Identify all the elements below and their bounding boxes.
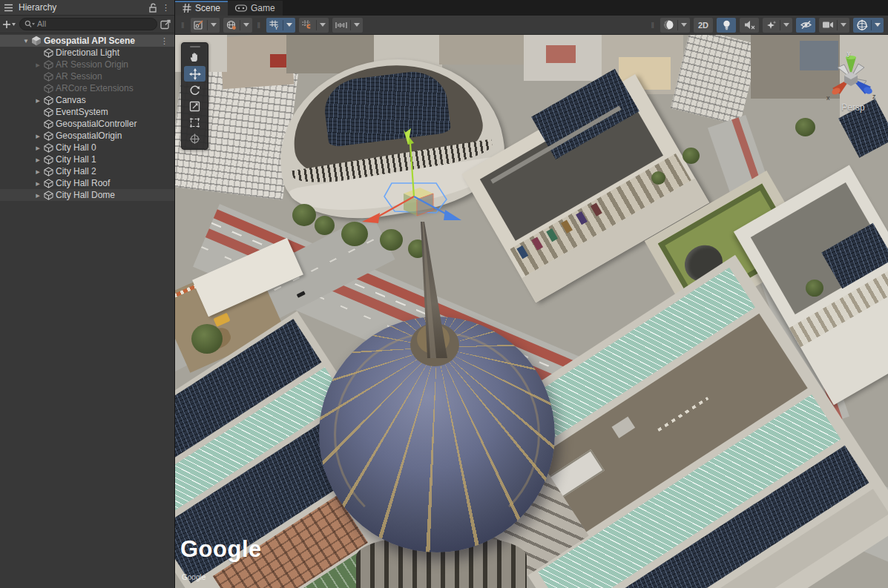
hierarchy-row[interactable]: AR Session [0, 70, 174, 82]
dropdown-caret-icon [841, 23, 846, 27]
tree [683, 148, 700, 164]
tab-scene[interactable]: Scene [175, 1, 228, 16]
dropdown-caret-icon [211, 23, 217, 27]
hierarchy-row[interactable]: ▶ City Hall 1 [0, 153, 174, 165]
audio-toggle-button[interactable] [740, 18, 759, 33]
search-input[interactable]: All [19, 18, 157, 30]
kebab-menu-icon[interactable]: ⋮ [162, 3, 170, 13]
expand-triangle-icon[interactable]: ▶ [36, 145, 40, 151]
snap-settings-button[interactable] [332, 18, 363, 33]
hierarchy-row[interactable]: ▶ City Hall 2 [0, 165, 174, 177]
toolbar-drag-handle[interactable]: ‖ [649, 21, 657, 30]
rect-tool[interactable] [184, 115, 205, 131]
toolbar-drag-handle[interactable]: ‖ [256, 21, 263, 30]
hierarchy-row[interactable]: ▶ City Hall Roof [0, 177, 174, 189]
move-tool[interactable] [184, 66, 205, 82]
gizmos-button[interactable] [853, 18, 884, 33]
dropdown-caret-icon [286, 23, 292, 27]
hierarchy-row[interactable]: Directional Light [0, 47, 174, 59]
tree [408, 240, 427, 258]
gameobject-cube-icon [44, 191, 53, 200]
scale-icon [189, 101, 200, 112]
rotate-tool[interactable] [184, 82, 205, 98]
hierarchy-row-scene-root[interactable]: ▼ Geospatial API Scene ⋮ [0, 35, 174, 47]
hierarchy-row-city-hall-dome[interactable]: ▶ City Hall Dome [0, 189, 174, 201]
tool-settings-icon [194, 20, 204, 30]
hierarchy-row[interactable]: ▶ AR Session Origin [0, 59, 174, 70]
hierarchy-row[interactable]: GeospatialController [0, 118, 174, 130]
axis-label-z: z [872, 93, 876, 100]
projection-mode-label[interactable]: Persp [823, 102, 883, 113]
excavator [213, 313, 230, 327]
tab-game[interactable]: Game [228, 1, 283, 16]
hierarchy-row[interactable]: ARCore Extensions [0, 82, 174, 94]
scene-toolbar: ‖ ‖ [175, 16, 888, 35]
palette-drag-handle[interactable] [190, 46, 200, 47]
axis-label-y: y [847, 50, 851, 57]
tree [651, 171, 665, 185]
dropdown-caret-icon [875, 23, 881, 27]
hierarchy-row[interactable]: ▶ Canvas [0, 94, 174, 106]
expand-triangle-icon[interactable]: ▶ [36, 168, 40, 174]
lock-icon[interactable] [148, 3, 157, 13]
expand-triangle-icon[interactable]: ▶ [36, 156, 40, 162]
gamepad-icon [235, 4, 247, 12]
expand-triangle-icon[interactable]: ▼ [23, 38, 29, 44]
shading-mode-button[interactable] [660, 18, 690, 33]
axis-label-x: x [826, 94, 830, 102]
hierarchy-row[interactable]: ▶ City Hall 0 [0, 142, 174, 153]
hierarchy-row[interactable]: ▶ GeospatialOrigin [0, 130, 174, 142]
gameobject-cube-icon [44, 108, 53, 117]
scene-root-label: Geospatial API Scene [42, 36, 135, 46]
gameobject-cube-icon [44, 96, 53, 105]
pivot-orientation-button[interactable] [223, 18, 252, 33]
view-hand-tool[interactable] [184, 50, 205, 65]
expand-triangle-icon[interactable]: ▶ [36, 180, 40, 186]
building [546, 45, 576, 63]
shading-mode-icon [663, 19, 674, 30]
row-kebab-icon[interactable]: ⋮ [160, 36, 168, 46]
snap-settings-icon [335, 21, 347, 30]
toolbar-drag-handle[interactable]: ‖ [180, 21, 187, 30]
tree [341, 222, 368, 246]
2d-toggle-button[interactable]: 2D [694, 18, 713, 33]
scene-lighting-button[interactable] [717, 18, 736, 33]
dropdown-caret-icon [783, 23, 789, 27]
scale-tool[interactable] [184, 99, 205, 114]
tree [315, 216, 335, 235]
pick-window-icon[interactable] [160, 19, 171, 30]
scene-lighting-icon [723, 20, 731, 30]
scene-visibility-icon [800, 20, 812, 30]
expand-triangle-icon[interactable]: ▶ [36, 97, 40, 103]
expand-triangle-icon[interactable]: ▶ [36, 62, 40, 67]
gameobject-cube-icon [44, 60, 53, 70]
z-axis-arrowhead[interactable] [444, 210, 461, 220]
hand-icon [189, 52, 200, 63]
hierarchy-panel: Hierarchy ⋮ All ▼ [0, 0, 175, 588]
search-placeholder: All [37, 18, 46, 30]
panel-title: Hierarchy [19, 2, 56, 13]
camera-overlay-button[interactable] [819, 18, 849, 33]
search-icon[interactable] [24, 20, 35, 28]
add-object-icon[interactable] [3, 20, 16, 29]
car [297, 291, 306, 297]
tab-strip: Scene Game [175, 0, 888, 16]
snap-increment-button[interactable] [299, 18, 329, 33]
dropdown-caret-icon [354, 23, 360, 27]
scene-visibility-button[interactable] [796, 18, 815, 33]
grid-visibility-button[interactable]: Y [266, 18, 295, 33]
scene-viewport[interactable]: y x z Persp [175, 35, 888, 588]
effects-button[interactable] [763, 18, 792, 33]
tool-settings-button[interactable] [191, 18, 220, 33]
unity-scene-icon [31, 36, 42, 46]
gameobject-cube-icon [44, 167, 53, 176]
move-icon [189, 68, 201, 80]
dropdown-caret-icon [243, 23, 249, 27]
dome-ring [334, 331, 540, 538]
building [671, 35, 760, 125]
transform-tool[interactable] [184, 131, 205, 147]
expand-triangle-icon[interactable]: ▶ [36, 133, 40, 139]
expand-triangle-icon[interactable]: ▶ [36, 192, 40, 198]
hierarchy-row[interactable]: EventSystem [0, 106, 174, 118]
gameobject-cube-icon [44, 72, 53, 82]
